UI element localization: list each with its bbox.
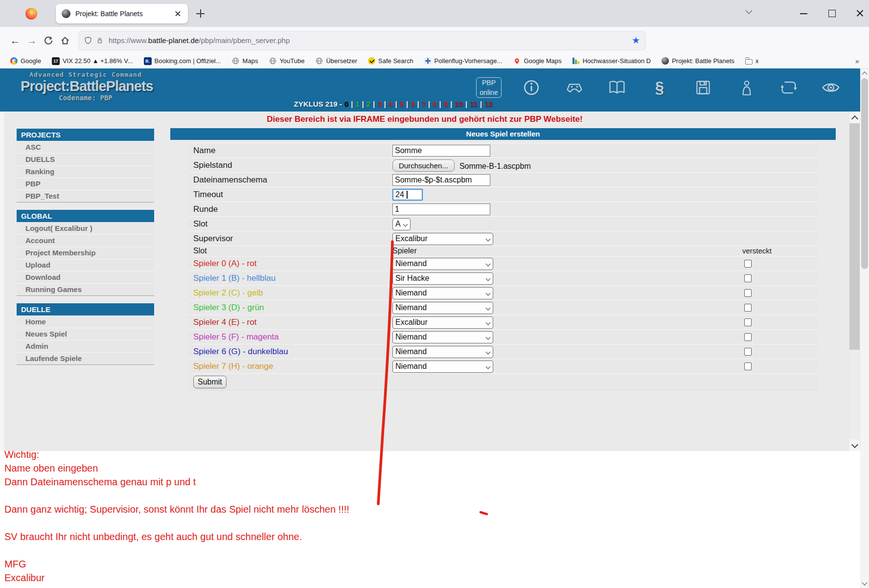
sidebar-item-laufende-spiele[interactable]: Laufende Spiele: [17, 352, 154, 364]
versteckt-checkbox-2[interactable]: [744, 289, 752, 297]
runde-input[interactable]: [392, 204, 490, 215]
durchsuchen-button[interactable]: Durchsuchen...: [392, 159, 455, 172]
scrollbar-thumb[interactable]: [849, 123, 860, 350]
timeout-input[interactable]: [392, 189, 423, 201]
window-maximize-button[interactable]: [824, 7, 839, 20]
zyklus-number[interactable]: 1: [355, 100, 359, 108]
sidebar-item-duells[interactable]: DUELLS: [17, 153, 154, 165]
bookmark-maps[interactable]: Maps: [232, 57, 258, 65]
bookmark-pollenflug[interactable]: Pollenflug-Vorhersage...: [424, 57, 503, 65]
window-close-button[interactable]: [852, 7, 867, 20]
scroll-down-arrow-icon[interactable]: [849, 439, 860, 451]
zyklus-number[interactable]: 7: [422, 100, 426, 108]
scroll-up-arrow-icon[interactable]: [849, 112, 860, 123]
player-person-icon[interactable]: [736, 77, 757, 98]
zyklus-number[interactable]: 10: [455, 100, 463, 108]
sidebar-item-running-games[interactable]: Running Games: [17, 283, 154, 295]
zyklus-number[interactable]: 11: [470, 100, 478, 108]
bookmark-booking[interactable]: B. Booking.com | Offiziel...: [144, 57, 221, 65]
player-6-select[interactable]: Niemand: [392, 346, 493, 358]
sidebar-item-upload[interactable]: Upload: [17, 259, 154, 271]
tab-close-icon[interactable]: [174, 10, 182, 18]
url-bar[interactable]: https://www.battle-planet.de/pbp/main/pb…: [78, 31, 646, 50]
bookmark-folder-x[interactable]: x: [745, 57, 759, 65]
versteckt-checkbox-5[interactable]: [744, 333, 752, 341]
reload-button[interactable]: [40, 32, 57, 49]
sidebar-item-admin[interactable]: Admin: [17, 340, 154, 352]
zyklus-number[interactable]: 3: [378, 100, 382, 108]
shield-icon[interactable]: [84, 37, 92, 45]
pbp-online-badge[interactable]: PBP online: [476, 77, 502, 98]
tab-list-chevron-icon[interactable]: [745, 7, 752, 14]
name-input[interactable]: [392, 145, 490, 157]
zyklus-number[interactable]: 9: [444, 100, 448, 108]
forward-button[interactable]: [23, 32, 40, 49]
versteckt-checkbox-7[interactable]: [744, 362, 752, 370]
iframe-scrollbar[interactable]: [849, 112, 860, 451]
scroll-up-arrow-icon[interactable]: [860, 68, 869, 77]
bookmark-vix[interactable]: 17 VIX 22.50 ▲ +1.86% V...: [52, 57, 133, 65]
back-button[interactable]: [7, 32, 23, 49]
sidebar-item-logout[interactable]: Logout( Excalibur ): [17, 222, 154, 234]
bookmark-uebersetzer[interactable]: Übersetzer: [315, 57, 357, 65]
sidebar-item-ranking[interactable]: Ranking: [17, 165, 154, 178]
sidebar-item-account[interactable]: Account: [17, 234, 154, 247]
versteckt-checkbox-1[interactable]: [744, 274, 752, 282]
zyklus-number[interactable]: 8: [433, 100, 436, 108]
player-1-select[interactable]: Sir Hacke: [392, 272, 493, 285]
bookmark-hochwasser[interactable]: Hochwasser-Situation D: [572, 57, 651, 65]
watch-eye-icon[interactable]: [820, 77, 842, 98]
bookmark-youtube[interactable]: YouTube: [269, 57, 304, 65]
versteckt-checkbox-3[interactable]: [744, 304, 752, 312]
gamepad-icon[interactable]: [564, 77, 585, 98]
sidebar-item-asc[interactable]: ASC: [17, 141, 154, 153]
sidebar-item-pbp-test[interactable]: PBP_Test: [17, 190, 154, 202]
zyklus-number[interactable]: 2: [366, 100, 370, 108]
home-button[interactable]: [57, 32, 73, 49]
zyklus-number[interactable]: 5: [400, 100, 404, 108]
supervisor-select[interactable]: Excalibur: [392, 233, 493, 245]
sidebar-item-project-membership[interactable]: Project Membership: [17, 247, 154, 259]
bookmark-battle-planets[interactable]: Projekt: Battle Planets: [662, 57, 734, 65]
zyklus-number[interactable]: 0: [344, 100, 348, 108]
sidebar-item-download[interactable]: Download: [17, 271, 154, 283]
sidebar-item-neues-spiel[interactable]: Neues Spiel: [17, 328, 154, 340]
bookmark-google[interactable]: Google: [10, 57, 41, 65]
bookmark-google-maps[interactable]: Google Maps: [513, 57, 561, 65]
sidebar-item-home[interactable]: Home: [17, 316, 154, 328]
player-3-select[interactable]: Niemand: [392, 302, 493, 314]
info-icon[interactable]: [521, 77, 542, 98]
versteckt-checkbox-6[interactable]: [744, 348, 752, 356]
player-4-select[interactable]: Excalibur: [392, 317, 493, 329]
bookmarks-overflow-chevron[interactable]: »: [855, 57, 859, 65]
lock-icon[interactable]: [96, 37, 104, 45]
cycle-loop-icon[interactable]: [778, 77, 800, 98]
sidebar-item-pbp[interactable]: PBP: [17, 178, 154, 190]
player-0-select[interactable]: Niemand: [392, 258, 493, 270]
versteckt-checkbox-4[interactable]: [744, 318, 752, 326]
handbook-book-icon[interactable]: [606, 77, 628, 98]
browser-tab[interactable]: Projekt: Battle Planets: [56, 4, 188, 23]
zyklus-number[interactable]: 12: [484, 100, 493, 108]
browser-scrollbar[interactable]: [860, 68, 869, 588]
slot-select[interactable]: A: [392, 218, 411, 230]
versteckt-checkbox-0[interactable]: [744, 260, 752, 268]
dateinamenschema-input[interactable]: [392, 174, 490, 186]
player-2-select[interactable]: Niemand: [392, 287, 493, 299]
zyklus-number[interactable]: 6: [411, 100, 414, 108]
save-floppy-icon[interactable]: [692, 77, 714, 98]
scrollbar-thumb[interactable]: [861, 78, 868, 269]
new-tab-button[interactable]: [195, 8, 206, 20]
window-minimize-button[interactable]: [797, 7, 811, 20]
sidebar-header-duelle: DUELLE: [17, 303, 154, 316]
player-5-select[interactable]: Niemand: [392, 331, 493, 343]
firefox-logo-icon[interactable]: [25, 8, 37, 20]
chevron-down-icon: [486, 335, 491, 340]
bookmark-star-icon[interactable]: [632, 35, 640, 46]
player-7-select[interactable]: Niemand: [392, 361, 493, 373]
rules-paragraph-icon[interactable]: §: [649, 77, 670, 98]
zyklus-number[interactable]: 4: [389, 100, 392, 108]
submit-button[interactable]: Submit: [193, 376, 227, 388]
scroll-down-arrow-icon[interactable]: [860, 579, 869, 588]
bookmark-safesearch[interactable]: Safe Search: [368, 57, 413, 65]
